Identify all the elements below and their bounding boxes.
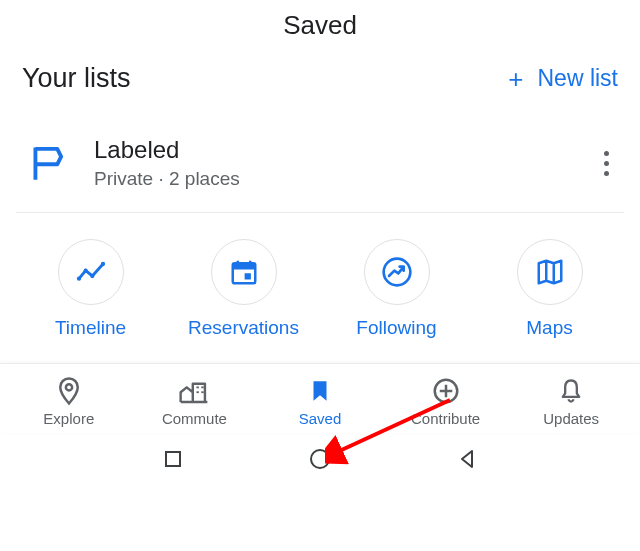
reservations-label: Reservations (188, 317, 299, 339)
tab-updates[interactable]: Updates (508, 376, 634, 427)
list-subtitle: Private · 2 places (94, 168, 564, 190)
tab-saved[interactable]: Saved (257, 376, 383, 427)
bookmark-icon (307, 376, 333, 406)
home-button[interactable] (308, 447, 332, 471)
svg-rect-18 (166, 452, 180, 466)
tab-explore-label: Explore (43, 410, 94, 427)
svg-point-1 (83, 269, 87, 273)
svg-point-0 (76, 277, 80, 281)
tab-contribute-label: Contribute (411, 410, 480, 427)
bell-icon (557, 376, 585, 406)
page-title: Saved (0, 10, 640, 41)
pin-icon (54, 376, 84, 406)
buildings-icon (177, 376, 211, 406)
your-lists-heading: Your lists (22, 63, 131, 94)
reservations-shortcut[interactable]: Reservations (171, 239, 316, 339)
flag-icon (30, 145, 64, 181)
svg-point-10 (66, 384, 72, 390)
timeline-shortcut[interactable]: Timeline (18, 239, 163, 339)
svg-point-19 (311, 450, 329, 468)
following-shortcut[interactable]: Following (324, 239, 469, 339)
add-circle-icon (431, 376, 461, 406)
tab-explore[interactable]: Explore (6, 376, 132, 427)
timeline-label: Timeline (55, 317, 126, 339)
tab-commute-label: Commute (162, 410, 227, 427)
svg-rect-6 (244, 273, 250, 279)
tab-commute[interactable]: Commute (132, 376, 258, 427)
new-list-button[interactable]: + New list (508, 65, 618, 92)
maps-label: Maps (526, 317, 572, 339)
page-header: Saved (0, 0, 640, 55)
more-icon[interactable] (594, 145, 618, 182)
back-button[interactable] (455, 447, 479, 471)
trend-icon (364, 239, 430, 305)
bottom-tab-bar: Explore Commute Saved Contribute Updates (0, 363, 640, 433)
timeline-icon (58, 239, 124, 305)
list-name: Labeled (94, 136, 564, 164)
recent-apps-button[interactable] (161, 447, 185, 471)
maps-shortcut[interactable]: Maps (477, 239, 622, 339)
list-item-labeled[interactable]: Labeled Private · 2 places (0, 112, 640, 212)
list-text: Labeled Private · 2 places (94, 136, 564, 190)
shortcuts-row: Timeline Reservations Following Maps (0, 213, 640, 363)
plus-icon: + (508, 66, 523, 92)
lists-section-header: Your lists + New list (0, 55, 640, 112)
svg-point-2 (90, 274, 94, 278)
calendar-icon (211, 239, 277, 305)
system-nav-bar (0, 433, 640, 481)
svg-rect-5 (232, 263, 255, 269)
following-label: Following (356, 317, 436, 339)
tab-saved-label: Saved (299, 410, 342, 427)
svg-point-3 (100, 262, 104, 266)
tab-updates-label: Updates (543, 410, 599, 427)
map-icon (517, 239, 583, 305)
new-list-label: New list (537, 65, 618, 92)
tab-contribute[interactable]: Contribute (383, 376, 509, 427)
